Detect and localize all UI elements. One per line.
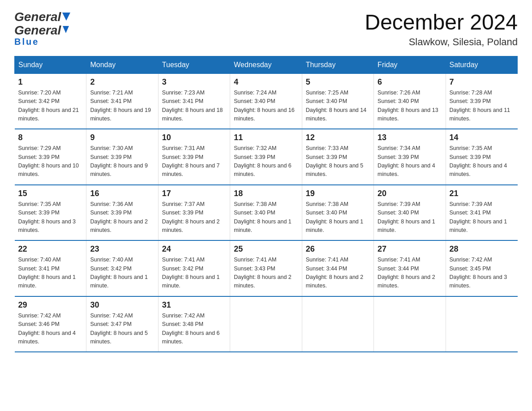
day-number: 6: [378, 77, 442, 87]
calendar-cell: 26 Sunrise: 7:41 AMSunset: 3:44 PMDaylig…: [302, 240, 373, 296]
day-number: 25: [234, 244, 298, 254]
day-number: 20: [378, 189, 442, 198]
day-info: Sunrise: 7:31 AMSunset: 3:39 PMDaylight:…: [162, 145, 220, 177]
day-info: Sunrise: 7:37 AMSunset: 3:39 PMDaylight:…: [162, 201, 220, 233]
calendar-header-row: Sunday Monday Tuesday Wednesday Thursday…: [15, 56, 518, 73]
calendar-cell: 8 Sunrise: 7:29 AMSunset: 3:39 PMDayligh…: [15, 129, 86, 185]
logo-triangle-icon: [62, 13, 70, 21]
calendar-cell: 7 Sunrise: 7:28 AMSunset: 3:39 PMDayligh…: [446, 73, 517, 129]
calendar-table: Sunday Monday Tuesday Wednesday Thursday…: [14, 56, 518, 353]
day-number: 26: [306, 244, 370, 254]
day-number: 17: [162, 189, 226, 198]
title-area: December 2024 Slawkow, Silesia, Poland: [365, 11, 518, 48]
calendar-week-row: 1 Sunrise: 7:20 AMSunset: 3:42 PMDayligh…: [15, 73, 518, 129]
calendar-cell: 17 Sunrise: 7:37 AMSunset: 3:39 PMDaylig…: [158, 185, 230, 241]
calendar-cell: 29 Sunrise: 7:42 AMSunset: 3:46 PMDaylig…: [15, 296, 86, 352]
calendar-cell: 9 Sunrise: 7:30 AMSunset: 3:39 PMDayligh…: [86, 129, 158, 185]
day-number: 22: [18, 244, 83, 254]
calendar-cell: 4 Sunrise: 7:24 AMSunset: 3:40 PMDayligh…: [230, 73, 302, 129]
day-info: Sunrise: 7:42 AMSunset: 3:47 PMDaylight:…: [90, 313, 148, 345]
day-info: Sunrise: 7:42 AMSunset: 3:48 PMDaylight:…: [162, 313, 220, 345]
calendar-cell: 25 Sunrise: 7:41 AMSunset: 3:43 PMDaylig…: [230, 240, 302, 296]
calendar-cell: 24 Sunrise: 7:41 AMSunset: 3:42 PMDaylig…: [158, 240, 230, 296]
day-info: Sunrise: 7:42 AMSunset: 3:45 PMDaylight:…: [450, 257, 507, 289]
day-number: 1: [18, 77, 83, 87]
svg-marker-0: [62, 13, 70, 21]
calendar-cell: 5 Sunrise: 7:25 AMSunset: 3:40 PMDayligh…: [302, 73, 373, 129]
calendar-cell: 10 Sunrise: 7:31 AMSunset: 3:39 PMDaylig…: [158, 129, 230, 185]
day-info: Sunrise: 7:41 AMSunset: 3:44 PMDaylight:…: [306, 257, 364, 289]
day-info: Sunrise: 7:29 AMSunset: 3:39 PMDaylight:…: [18, 145, 79, 177]
day-info: Sunrise: 7:20 AMSunset: 3:42 PMDaylight:…: [18, 90, 79, 122]
day-number: 15: [18, 189, 83, 198]
svg-marker-1: [63, 26, 69, 33]
day-info: Sunrise: 7:38 AMSunset: 3:40 PMDaylight:…: [306, 201, 364, 233]
day-info: Sunrise: 7:25 AMSunset: 3:40 PMDaylight:…: [306, 90, 367, 122]
day-info: Sunrise: 7:21 AMSunset: 3:41 PMDaylight:…: [90, 90, 151, 122]
calendar-cell: 28 Sunrise: 7:42 AMSunset: 3:45 PMDaylig…: [446, 240, 517, 296]
day-number: 4: [234, 77, 298, 87]
calendar-cell: 15 Sunrise: 7:35 AMSunset: 3:39 PMDaylig…: [15, 185, 86, 241]
location-title: Slawkow, Silesia, Poland: [365, 36, 518, 48]
day-number: 5: [306, 77, 370, 87]
day-info: Sunrise: 7:40 AMSunset: 3:42 PMDaylight:…: [90, 257, 148, 289]
day-info: Sunrise: 7:40 AMSunset: 3:41 PMDaylight:…: [18, 257, 76, 289]
calendar-cell: 21 Sunrise: 7:39 AMSunset: 3:41 PMDaylig…: [446, 185, 517, 241]
logo-icon: General: [14, 11, 70, 23]
day-info: Sunrise: 7:28 AMSunset: 3:39 PMDaylight:…: [450, 90, 511, 122]
day-number: 18: [234, 189, 298, 198]
day-number: 29: [18, 300, 83, 310]
day-info: Sunrise: 7:41 AMSunset: 3:42 PMDaylight:…: [162, 257, 220, 289]
calendar-cell: 27 Sunrise: 7:41 AMSunset: 3:44 PMDaylig…: [374, 240, 446, 296]
calendar-week-row: 22 Sunrise: 7:40 AMSunset: 3:41 PMDaylig…: [15, 240, 518, 296]
calendar-cell: [374, 296, 446, 352]
day-number: 14: [450, 133, 514, 142]
day-info: Sunrise: 7:32 AMSunset: 3:39 PMDaylight:…: [234, 145, 292, 177]
calendar-cell: 3 Sunrise: 7:23 AMSunset: 3:41 PMDayligh…: [158, 73, 230, 129]
day-number: 16: [90, 189, 154, 198]
day-info: Sunrise: 7:39 AMSunset: 3:40 PMDaylight:…: [378, 201, 435, 233]
month-title: December 2024: [365, 11, 518, 34]
logo-blue-label: Blue: [14, 37, 39, 47]
day-info: Sunrise: 7:42 AMSunset: 3:46 PMDaylight:…: [18, 313, 76, 345]
day-info: Sunrise: 7:38 AMSunset: 3:40 PMDaylight:…: [234, 201, 292, 233]
day-number: 8: [18, 133, 83, 142]
day-number: 21: [450, 189, 514, 198]
calendar-cell: 6 Sunrise: 7:26 AMSunset: 3:40 PMDayligh…: [374, 73, 446, 129]
day-info: Sunrise: 7:34 AMSunset: 3:39 PMDaylight:…: [378, 145, 435, 177]
calendar-cell: 13 Sunrise: 7:34 AMSunset: 3:39 PMDaylig…: [374, 129, 446, 185]
logo-arrow-icon: [62, 25, 70, 35]
calendar-cell: 12 Sunrise: 7:33 AMSunset: 3:39 PMDaylig…: [302, 129, 373, 185]
calendar-week-row: 15 Sunrise: 7:35 AMSunset: 3:39 PMDaylig…: [15, 185, 518, 241]
day-info: Sunrise: 7:39 AMSunset: 3:41 PMDaylight:…: [450, 201, 507, 233]
day-number: 30: [90, 300, 154, 310]
day-info: Sunrise: 7:26 AMSunset: 3:40 PMDaylight:…: [378, 90, 438, 122]
calendar-week-row: 8 Sunrise: 7:29 AMSunset: 3:39 PMDayligh…: [15, 129, 518, 185]
calendar-cell: [302, 296, 373, 352]
calendar-cell: 18 Sunrise: 7:38 AMSunset: 3:40 PMDaylig…: [230, 185, 302, 241]
day-info: Sunrise: 7:24 AMSunset: 3:40 PMDaylight:…: [234, 90, 295, 122]
day-number: 2: [90, 77, 154, 87]
calendar-cell: 19 Sunrise: 7:38 AMSunset: 3:40 PMDaylig…: [302, 185, 373, 241]
day-number: 24: [162, 244, 226, 254]
day-info: Sunrise: 7:41 AMSunset: 3:44 PMDaylight:…: [378, 257, 435, 289]
calendar-cell: 31 Sunrise: 7:42 AMSunset: 3:48 PMDaylig…: [158, 296, 230, 352]
col-friday: Friday: [374, 56, 446, 73]
day-info: Sunrise: 7:41 AMSunset: 3:43 PMDaylight:…: [234, 257, 292, 289]
col-tuesday: Tuesday: [158, 56, 230, 73]
day-info: Sunrise: 7:30 AMSunset: 3:39 PMDaylight:…: [90, 145, 148, 177]
day-number: 13: [378, 133, 442, 142]
calendar-cell: 23 Sunrise: 7:40 AMSunset: 3:42 PMDaylig…: [86, 240, 158, 296]
calendar-cell: 1 Sunrise: 7:20 AMSunset: 3:42 PMDayligh…: [15, 73, 86, 129]
day-number: 31: [162, 300, 226, 310]
day-number: 23: [90, 244, 154, 254]
day-info: Sunrise: 7:35 AMSunset: 3:39 PMDaylight:…: [18, 201, 76, 233]
calendar-cell: [230, 296, 302, 352]
calendar-week-row: 29 Sunrise: 7:42 AMSunset: 3:46 PMDaylig…: [15, 296, 518, 352]
day-info: Sunrise: 7:23 AMSunset: 3:41 PMDaylight:…: [162, 90, 223, 122]
calendar-cell: 11 Sunrise: 7:32 AMSunset: 3:39 PMDaylig…: [230, 129, 302, 185]
calendar-cell: 22 Sunrise: 7:40 AMSunset: 3:41 PMDaylig…: [15, 240, 86, 296]
day-number: 27: [378, 244, 442, 254]
logo-general-label: General: [14, 23, 61, 38]
day-number: 9: [90, 133, 154, 142]
